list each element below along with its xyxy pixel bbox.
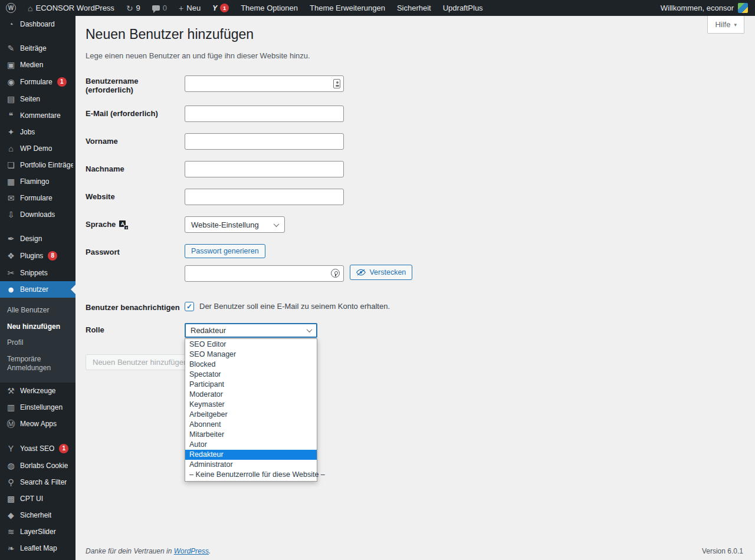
wp-logo-menu[interactable]: W bbox=[0, 0, 22, 16]
adminbar-updraftplus[interactable]: UpdraftPlus bbox=[437, 0, 489, 16]
sidebar-item-design[interactable]: ✒ Design bbox=[0, 230, 76, 247]
role-option-label: – Keine Benutzerrolle für diese Website … bbox=[189, 470, 325, 479]
help-label: Hilfe bbox=[715, 20, 730, 29]
sidebar-item-formulare-mail[interactable]: ✉ Formulare bbox=[0, 190, 76, 206]
adminbar-sicherheit[interactable]: Sicherheit bbox=[391, 0, 437, 16]
adminbar-yoast[interactable]: Y 1 bbox=[206, 0, 235, 16]
adminbar-theme-erweiterungen[interactable]: Theme Erweiterungen bbox=[304, 0, 391, 16]
sidebar-item-kommentare[interactable]: ❝ Kommentare bbox=[0, 107, 76, 124]
sidebar-item-borlabs-cookie[interactable]: ◍ Borlabs Cookie bbox=[0, 457, 76, 474]
role-select[interactable]: Redakteur bbox=[185, 323, 317, 338]
sidebar-item-medien[interactable]: ▣ Medien bbox=[0, 57, 76, 73]
role-option-keine-rolle[interactable]: – Keine Benutzerrolle für diese Website … bbox=[185, 470, 317, 480]
sidebar-item-leaflet-map[interactable]: ❧ Leaflet Map bbox=[0, 540, 76, 556]
role-option-seo-editor[interactable]: SEO Editor bbox=[185, 340, 317, 350]
sidebar-item-beitraege[interactable]: ✎ Beiträge bbox=[0, 40, 76, 57]
role-option-administrator[interactable]: Administrator bbox=[185, 460, 317, 470]
autofill-icon[interactable] bbox=[333, 79, 340, 88]
lastname-field[interactable] bbox=[185, 161, 344, 177]
role-option-label: Administrator bbox=[189, 460, 233, 469]
language-select[interactable]: Website-Einstellung bbox=[185, 216, 285, 233]
submenu-neu-hinzufuegen[interactable]: Neu hinzufügen bbox=[0, 319, 76, 335]
notify-checkbox[interactable]: ✓ bbox=[185, 302, 194, 311]
website-field[interactable] bbox=[185, 189, 344, 205]
shield-icon: ◆ bbox=[6, 511, 16, 519]
sidebar-item-search-filter[interactable]: ⚲ Search & Filter bbox=[0, 474, 76, 490]
sidebar-item-yoast-seo[interactable]: Y Yoast SEO 1 bbox=[0, 440, 76, 457]
admin-bar: W ⌂ ECONSOR WordPress ↻ 9 0 + Neu Y 1 bbox=[0, 0, 755, 16]
submenu-profil[interactable]: Profil bbox=[0, 335, 76, 351]
password-manager-icon[interactable] bbox=[331, 269, 340, 278]
sidebar-item-snippets[interactable]: ✂ Snippets bbox=[0, 265, 76, 281]
help-tab-button[interactable]: Hilfe ▾ bbox=[707, 16, 744, 34]
adminbar-new[interactable]: + Neu bbox=[173, 0, 206, 16]
role-option-mitarbeiter[interactable]: Mitarbeiter bbox=[185, 430, 317, 440]
sidebar-item-downloads[interactable]: ⇩ Downloads bbox=[0, 206, 76, 223]
role-option-label: Redakteur bbox=[189, 450, 224, 459]
role-option-redakteur[interactable]: Redakteur bbox=[185, 450, 317, 460]
adminbar-site-name[interactable]: ⌂ ECONSOR WordPress bbox=[22, 0, 120, 16]
role-option-abonnent[interactable]: Abonnent bbox=[185, 420, 317, 430]
role-option-blocked[interactable]: Blocked bbox=[185, 360, 317, 370]
website-label: Website bbox=[86, 189, 185, 205]
wordpress-link[interactable]: WordPress bbox=[174, 547, 209, 555]
role-option-moderator[interactable]: Moderator bbox=[185, 390, 317, 400]
admin-bar-right: Willkommen, econsor bbox=[654, 0, 755, 16]
sidebar-item-plugins[interactable]: ❖ Plugins 8 bbox=[0, 247, 76, 265]
role-option-arbeitgeber[interactable]: Arbeitgeber bbox=[185, 410, 317, 420]
sidebar-item-jobs[interactable]: ✦ Jobs bbox=[0, 124, 76, 140]
firstname-field[interactable] bbox=[185, 133, 344, 150]
sidebar-item-einstellungen[interactable]: ▥ Einstellungen bbox=[0, 399, 76, 416]
role-option-spectator[interactable]: Spectator bbox=[185, 370, 317, 380]
sidebar-item-sicherheit[interactable]: ◆ Sicherheit bbox=[0, 507, 76, 523]
password-label: Passwort bbox=[86, 244, 185, 282]
sidebar-item-cpt-ui[interactable]: ▩ CPT UI bbox=[0, 490, 76, 507]
chevron-down-icon bbox=[273, 221, 279, 227]
avatar[interactable] bbox=[738, 3, 748, 13]
role-option-label: Autor bbox=[189, 440, 207, 449]
sidebar-item-label: Kommentare bbox=[20, 111, 61, 120]
sidebar-item-label: Einstellungen bbox=[20, 403, 63, 411]
sidebar-item-layerslider[interactable]: ≋ LayerSlider bbox=[0, 523, 76, 540]
submenu-alle-benutzer[interactable]: Alle Benutzer bbox=[0, 302, 76, 319]
role-option-seo-manager[interactable]: SEO Manager bbox=[185, 350, 317, 360]
submenu-temporaere-anmeldungen[interactable]: Temporäre Anmeldungen bbox=[0, 351, 76, 377]
adminbar-updates[interactable]: ↻ 9 bbox=[120, 0, 146, 16]
brush-icon: ✒ bbox=[6, 235, 16, 243]
chevron-down-icon: ▾ bbox=[734, 22, 737, 28]
username-input[interactable] bbox=[185, 75, 344, 92]
add-user-submit-button[interactable]: Neuen Benutzer hinzufügen bbox=[86, 354, 195, 370]
sidebar-item-label: CPT UI bbox=[20, 495, 43, 503]
hide-password-label: Verstecken bbox=[369, 268, 406, 276]
generate-password-button[interactable]: Passwort generieren bbox=[185, 244, 265, 258]
role-option-label: SEO Manager bbox=[189, 350, 236, 358]
sidebar-item-wp-demo[interactable]: ⌂ WP Demo bbox=[0, 140, 76, 157]
role-option-autor[interactable]: Autor bbox=[185, 440, 317, 450]
sidebar-item-dashboard[interactable]: ◔ Dashboard bbox=[0, 16, 76, 32]
username-row: Benutzername (erforderlich) bbox=[86, 73, 743, 94]
sidebar-item-flamingo[interactable]: ▦ Flamingo bbox=[0, 173, 76, 190]
sidebar-item-portfolio[interactable]: ❏ Portfolio Einträge bbox=[0, 157, 76, 173]
greeting-label[interactable]: Willkommen, econsor bbox=[661, 4, 734, 12]
translation-icon: A x bbox=[119, 220, 129, 230]
sidebar-item-meow-apps[interactable]: Ⓜ Meow Apps bbox=[0, 416, 76, 432]
sidebar-item-formulare-gravity[interactable]: ◉ Formulare 1 bbox=[0, 73, 76, 91]
sidebar-item-benutzer[interactable]: ☻ Benutzer bbox=[0, 281, 76, 298]
gravityforms-icon: ◉ bbox=[6, 78, 16, 86]
role-option-participant[interactable]: Participant bbox=[185, 380, 317, 390]
sidebar-item-label: Borlabs Cookie bbox=[20, 462, 68, 470]
search-icon: ⚲ bbox=[6, 478, 16, 486]
adminbar-theme-optionen[interactable]: Theme Optionen bbox=[235, 0, 304, 16]
sidebar-item-werkzeuge[interactable]: ⚒ Werkzeuge bbox=[0, 383, 76, 399]
adminbar-comments[interactable]: 0 bbox=[146, 0, 173, 16]
lastname-row: Nachname bbox=[86, 161, 743, 177]
sidebar-item-seiten[interactable]: ▤ Seiten bbox=[0, 91, 76, 107]
hide-password-button[interactable]: Verstecken bbox=[350, 265, 412, 280]
password-field[interactable] bbox=[185, 265, 344, 282]
site-name-label: ECONSOR WordPress bbox=[35, 4, 114, 12]
role-option-label: Participant bbox=[189, 380, 224, 388]
email-field[interactable] bbox=[185, 106, 344, 122]
role-option-keymaster[interactable]: Keymaster bbox=[185, 400, 317, 410]
submenu-item-label: Alle Benutzer bbox=[7, 306, 49, 314]
dashboard-icon: ◔ bbox=[6, 20, 16, 28]
